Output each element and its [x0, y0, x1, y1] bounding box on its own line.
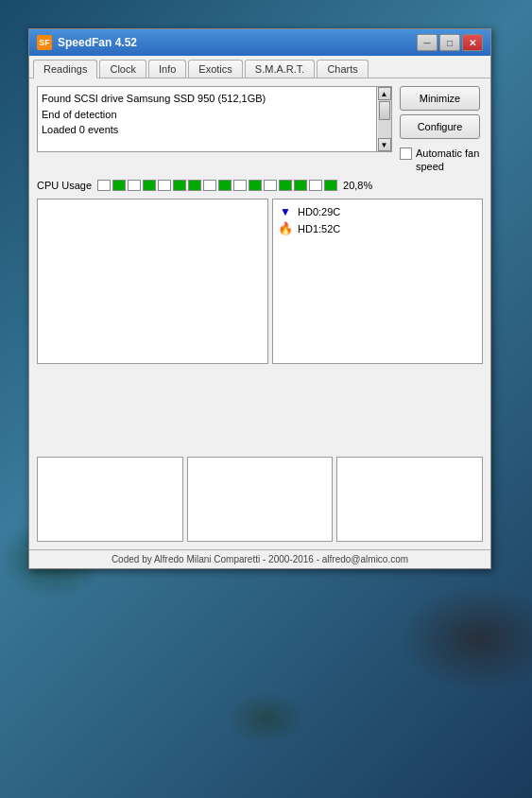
cpu-bar-16: [324, 180, 337, 191]
scroll-thumb[interactable]: [379, 101, 390, 120]
bottom-panel-1: [37, 457, 183, 542]
footer-text: Coded by Alfredo Milani Comparetti - 200…: [112, 554, 408, 564]
cpu-bar-7: [188, 180, 201, 191]
log-scrollbar[interactable]: ▲ ▼: [376, 87, 391, 151]
auto-fan-checkbox[interactable]: [400, 147, 412, 160]
cpu-bar-9: [218, 180, 232, 191]
cpu-bar-2: [112, 180, 126, 191]
tabs-bar: Readings Clock Info Exotics S.M.A.R.T. C…: [29, 56, 490, 78]
bottom-panel-3: [336, 457, 483, 542]
configure-button[interactable]: Configure: [400, 114, 480, 139]
log-text: Found SCSI drive Samsung SSD 950 (512,1G…: [38, 87, 376, 151]
scroll-down-button[interactable]: ▼: [378, 138, 391, 151]
scroll-track: [378, 100, 391, 138]
cpu-usage-row: CPU Usage 20,8%: [37, 180, 483, 191]
middle-empty-area: [37, 372, 483, 457]
temp-icon-hd1: 🔥: [279, 222, 292, 235]
titlebar-buttons: ─ □ ✕: [417, 34, 483, 51]
temp-label-hd0: HD0:29C: [298, 206, 340, 217]
tab-info[interactable]: Info: [148, 60, 186, 78]
main-panels: ▼ HD0:29C 🔥 HD1:52C: [37, 199, 483, 364]
close-window-button[interactable]: ✕: [462, 34, 483, 51]
scroll-up-button[interactable]: ▲: [378, 87, 391, 100]
temp-icon-hd0: ▼: [279, 205, 292, 218]
tab-clock[interactable]: Clock: [99, 60, 146, 78]
restore-window-button[interactable]: □: [439, 34, 460, 51]
tab-exotics[interactable]: Exotics: [188, 60, 242, 78]
log-area: Found SCSI drive Samsung SSD 950 (512,1G…: [37, 86, 392, 152]
cpu-percent: 20,8%: [343, 180, 372, 191]
cpu-bar-13: [279, 180, 292, 191]
auto-fan-label: Automatic fan speed: [416, 147, 483, 174]
right-controls: Minimize Configure Automatic fan speed: [400, 86, 483, 174]
tab-readings[interactable]: Readings: [33, 60, 97, 78]
window-title: SpeedFan 4.52: [58, 36, 411, 49]
cpu-bars: [97, 180, 337, 191]
minimize-window-button[interactable]: ─: [417, 34, 438, 51]
app-icon: SF: [37, 35, 52, 50]
tab-smart[interactable]: S.M.A.R.T.: [245, 60, 316, 78]
cpu-label: CPU Usage: [37, 180, 92, 191]
bottom-panels: [37, 457, 483, 542]
main-content: Found SCSI drive Samsung SSD 950 (512,1G…: [29, 78, 490, 549]
right-temp-panel: ▼ HD0:29C 🔥 HD1:52C: [272, 199, 483, 364]
temp-label-hd1: HD1:52C: [298, 223, 340, 234]
cpu-bar-10: [233, 180, 247, 191]
cpu-bar-1: [97, 180, 111, 191]
cpu-bar-11: [249, 180, 262, 191]
cpu-bar-4: [143, 180, 156, 191]
cpu-bar-8: [203, 180, 216, 191]
cpu-bar-3: [128, 180, 141, 191]
tab-charts[interactable]: Charts: [317, 60, 368, 78]
bottom-panel-2: [187, 457, 334, 542]
cpu-bar-6: [173, 180, 186, 191]
cpu-bar-5: [158, 180, 171, 191]
footer: Coded by Alfredo Milani Comparetti - 200…: [29, 549, 490, 568]
speedfan-window: SF SpeedFan 4.52 ─ □ ✕ Readings Clock In…: [28, 28, 491, 569]
minimize-button[interactable]: Minimize: [400, 86, 480, 111]
temp-row-hd1: 🔥 HD1:52C: [279, 222, 476, 235]
temp-row-hd0: ▼ HD0:29C: [279, 205, 476, 218]
cpu-bar-12: [264, 180, 277, 191]
auto-fan-row: Automatic fan speed: [400, 147, 483, 174]
cpu-bar-14: [294, 180, 307, 191]
titlebar: SF SpeedFan 4.52 ─ □ ✕: [29, 29, 490, 56]
cpu-bar-15: [309, 180, 322, 191]
left-chart-panel: [37, 199, 268, 364]
